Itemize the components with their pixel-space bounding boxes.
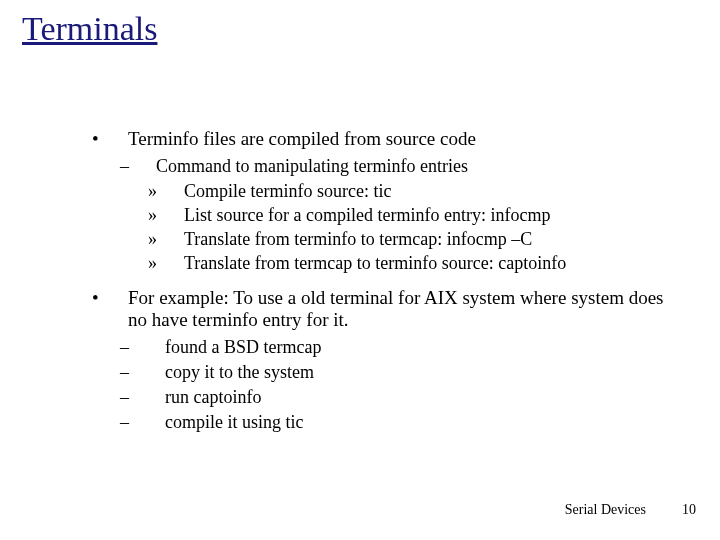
bullet-level2: – compile it using tic xyxy=(138,412,670,433)
slide: Terminals •Terminfo files are compiled f… xyxy=(0,0,720,540)
slide-title: Terminals xyxy=(22,10,157,48)
bullet-text: Command to manipulating terminfo entries xyxy=(156,156,468,176)
bullet-dot-icon: • xyxy=(110,287,128,309)
bullet-text: found a BSD termcap xyxy=(165,337,321,357)
bullet-level3: »Translate from terminfo to termcap: inf… xyxy=(166,229,670,250)
bullet-text: Translate from termcap to terminfo sourc… xyxy=(184,253,566,273)
bullet-level3: »Translate from termcap to terminfo sour… xyxy=(166,253,670,274)
bullet-text: Translate from terminfo to termcap: info… xyxy=(184,229,532,249)
bullet-raquo-icon: » xyxy=(166,229,184,250)
bullet-level2: – found a BSD termcap xyxy=(138,337,670,358)
bullet-text: copy it to the system xyxy=(165,362,314,382)
bullet-dash-icon: – xyxy=(138,156,156,177)
bullet-text: Compile terminfo source: tic xyxy=(184,181,391,201)
bullet-text: Terminfo files are compiled from source … xyxy=(128,128,476,149)
bullet-raquo-icon: » xyxy=(166,253,184,274)
bullet-level2: –Command to manipulating terminfo entrie… xyxy=(138,156,670,177)
slide-body: •Terminfo files are compiled from source… xyxy=(110,128,670,437)
bullet-level1: •For example: To use a old terminal for … xyxy=(110,287,670,331)
bullet-level1: •Terminfo files are compiled from source… xyxy=(110,128,670,150)
bullet-text: run captoinfo xyxy=(165,387,261,407)
bullet-text: List source for a compiled terminfo entr… xyxy=(184,205,550,225)
bullet-level3: »Compile terminfo source: tic xyxy=(166,181,670,202)
bullet-level2: – run captoinfo xyxy=(138,387,670,408)
footer-label: Serial Devices xyxy=(565,502,646,518)
bullet-dash-icon: – xyxy=(138,362,156,383)
bullet-raquo-icon: » xyxy=(166,181,184,202)
bullet-level2: – copy it to the system xyxy=(138,362,670,383)
bullet-text: compile it using tic xyxy=(165,412,303,432)
page-number: 10 xyxy=(682,502,696,518)
bullet-dot-icon: • xyxy=(110,128,128,150)
bullet-dash-icon: – xyxy=(138,412,156,433)
bullet-dash-icon: – xyxy=(138,337,156,358)
bullet-dash-icon: – xyxy=(138,387,156,408)
bullet-level3: »List source for a compiled terminfo ent… xyxy=(166,205,670,226)
bullet-text: For example: To use a old terminal for A… xyxy=(128,287,664,330)
bullet-raquo-icon: » xyxy=(166,205,184,226)
